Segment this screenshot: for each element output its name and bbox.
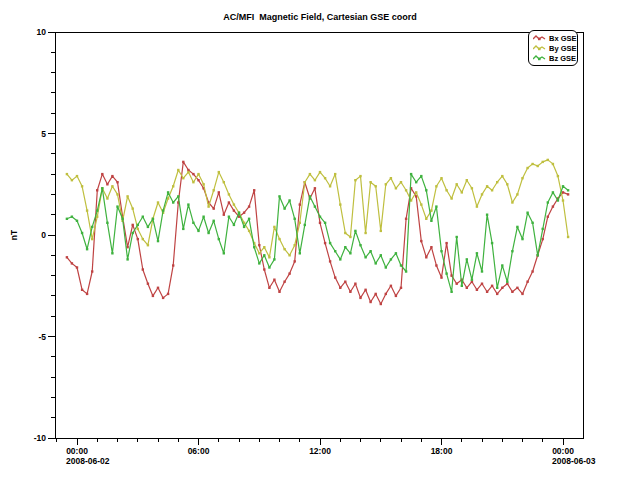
data-point <box>142 216 144 218</box>
data-point <box>521 177 523 179</box>
data-point <box>228 201 230 203</box>
data-point <box>66 218 68 220</box>
data-point <box>273 226 275 228</box>
data-point <box>476 289 478 291</box>
data-point <box>537 165 539 167</box>
data-point <box>233 209 235 211</box>
data-point <box>461 191 463 193</box>
data-point <box>344 232 346 234</box>
data-point <box>531 163 533 165</box>
data-point <box>162 209 164 211</box>
data-point <box>213 207 215 209</box>
data-point <box>552 163 554 165</box>
data-point <box>334 250 336 252</box>
data-point <box>516 287 518 289</box>
y-tick-label: 0 <box>41 230 46 240</box>
data-point <box>304 181 306 183</box>
data-point <box>547 216 549 218</box>
data-point <box>481 270 483 272</box>
data-point <box>425 189 427 191</box>
x-tick-label: 06:00 <box>188 446 210 456</box>
legend-label-bz: Bz GSE <box>549 54 576 63</box>
data-point <box>238 212 240 214</box>
data-point <box>400 287 402 289</box>
y-tick-label: -10 <box>34 433 47 443</box>
data-point <box>375 185 377 187</box>
by-line-sample-icon <box>533 44 546 52</box>
data-point <box>248 230 250 232</box>
data-point <box>268 256 270 258</box>
data-point <box>471 187 473 189</box>
data-point <box>339 287 341 289</box>
data-point <box>81 289 83 291</box>
data-point <box>319 216 321 218</box>
data-point <box>486 185 488 187</box>
data-point <box>132 207 134 209</box>
y-tick-label: 5 <box>41 129 46 139</box>
data-point <box>76 266 78 268</box>
data-point <box>111 185 113 187</box>
data-point <box>557 199 559 201</box>
data-point <box>182 177 184 179</box>
data-point <box>126 195 128 197</box>
x-tick-label: 18:00 <box>431 446 453 456</box>
data-point <box>324 242 326 244</box>
data-point <box>86 293 88 295</box>
data-point <box>359 244 361 246</box>
data-point <box>501 175 503 177</box>
data-point <box>66 173 68 175</box>
data-point <box>96 189 98 191</box>
data-point <box>111 252 113 254</box>
data-point <box>400 181 402 183</box>
data-point <box>309 195 311 197</box>
data-point <box>192 173 194 175</box>
data-point <box>354 283 356 285</box>
data-point <box>278 238 280 240</box>
plot-area: 1050-5-1000:002008-06-0206:0012:0018:000… <box>0 0 640 480</box>
data-point <box>116 205 118 207</box>
data-point <box>385 266 387 268</box>
data-point <box>521 238 523 240</box>
data-point <box>177 169 179 171</box>
data-point <box>380 254 382 256</box>
data-point <box>364 289 366 291</box>
bx-line-sample-icon <box>533 34 546 42</box>
data-point <box>314 179 316 181</box>
data-point <box>435 185 437 187</box>
data-point <box>76 175 78 177</box>
data-point <box>91 226 93 228</box>
data-point <box>172 264 174 266</box>
data-point <box>369 301 371 303</box>
x-tick-label: 00:00 <box>66 446 88 456</box>
data-point <box>192 181 194 183</box>
data-point <box>430 220 432 222</box>
data-point <box>420 203 422 205</box>
data-point <box>263 268 265 270</box>
data-point <box>506 183 508 185</box>
data-point <box>349 291 351 293</box>
series-bx-gse <box>66 161 570 305</box>
data-point <box>435 205 437 207</box>
data-point <box>283 207 285 209</box>
data-point <box>172 185 174 187</box>
data-point <box>435 264 437 266</box>
data-point <box>562 191 564 193</box>
data-point <box>177 195 179 197</box>
data-point <box>511 250 513 252</box>
data-point <box>496 287 498 289</box>
data-point <box>415 191 417 193</box>
data-point <box>375 262 377 264</box>
data-point <box>481 283 483 285</box>
data-point <box>132 224 134 226</box>
x-date-label: 2008-06-02 <box>66 456 110 466</box>
data-point <box>157 240 159 242</box>
data-point <box>476 252 478 254</box>
data-point <box>364 256 366 258</box>
data-point <box>197 179 199 181</box>
data-point <box>542 238 544 240</box>
data-point <box>299 252 301 254</box>
data-point <box>263 254 265 256</box>
data-point <box>218 238 220 240</box>
data-point <box>106 197 108 199</box>
data-point <box>415 181 417 183</box>
